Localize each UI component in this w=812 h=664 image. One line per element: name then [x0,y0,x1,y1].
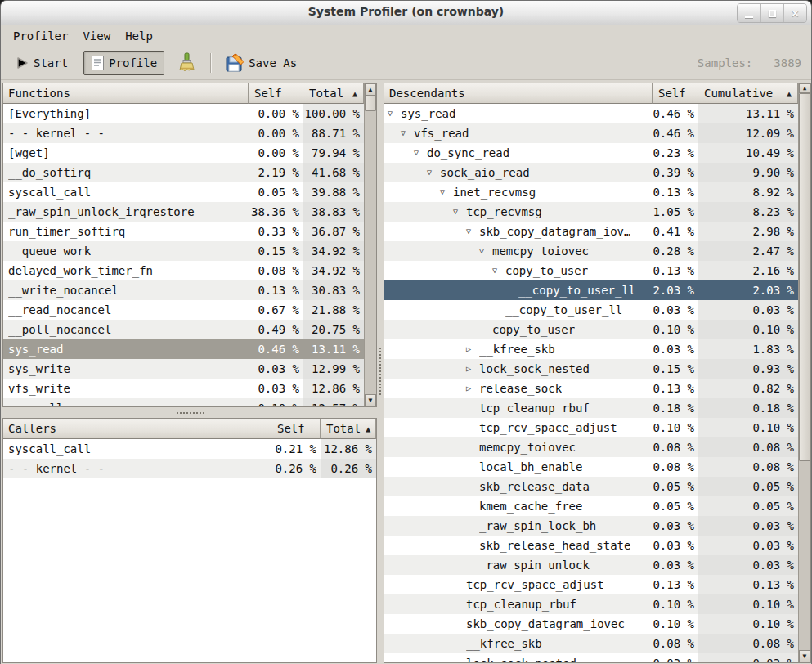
table-row[interactable]: delayed_work_timer_fn0.08 %34.92 % [3,261,364,280]
expander-open-icon[interactable]: ▽ [427,163,440,182]
expander-open-icon[interactable]: ▽ [401,123,414,143]
tree-row[interactable]: ▽skb_copy_datagram_iov…0.41 %2.98 % [384,222,798,241]
scroll-down-button[interactable]: ▼ [365,394,376,406]
expander-open-icon[interactable]: ▽ [453,202,466,222]
table-row[interactable]: __queue_work0.15 %34.92 % [3,241,364,261]
cumulative-value: 0.10 % [698,320,798,339]
tree-row[interactable]: skb_copy_datagram_iovec0.10 %0.10 % [384,614,798,634]
tree-row[interactable]: ▽sys_read0.46 %13.11 % [384,104,798,123]
tree-row[interactable]: local_bh_enable0.08 %0.08 % [384,457,798,477]
total-value: 12.86 % [303,379,364,398]
tree-row[interactable]: ▷release_sock0.13 %0.82 % [384,379,798,398]
table-row[interactable]: _raw_spin_unlock_irqrestore38.36 %38.83 … [3,202,364,222]
tree-row[interactable]: ▷__kfree_skb0.03 %1.83 % [384,339,798,359]
scroll-down-button[interactable]: ▼ [799,650,810,662]
descendants-scrollbar[interactable]: ▲ ▼ [798,83,810,662]
expander-open-icon[interactable]: ▽ [388,104,401,123]
table-row[interactable]: __do_softirq2.19 %41.68 % [3,163,364,182]
table-row[interactable]: sys_write0.03 %12.99 % [3,359,364,379]
scrollbar-trough[interactable] [365,111,376,394]
tree-row[interactable]: lock_sock_nested0.03 %0.03 % [384,653,798,662]
expander-open-icon[interactable]: ▽ [466,222,479,241]
table-row[interactable]: [wget]0.00 %79.94 % [3,143,364,163]
expander-open-icon[interactable]: ▽ [479,241,492,261]
table-row[interactable]: - - kernel - -0.26 %0.26 % [3,459,376,478]
expander-open-icon[interactable]: ▽ [414,143,427,163]
functions-scrollbar[interactable]: ▲ ▼ [364,83,376,406]
table-row[interactable]: syscall_call0.21 %12.86 % [3,439,376,459]
menu-profiler[interactable]: Profiler [6,27,75,45]
table-row[interactable]: sys_read0.46 %13.11 % [3,339,364,359]
table-row[interactable]: sys_poll0.10 %12.57 % [3,398,364,406]
tree-row[interactable]: memcpy_toiovec0.08 %0.08 % [384,437,798,457]
functions-column-header[interactable]: Functions [3,83,249,104]
minimize-button[interactable] [738,4,760,22]
tree-row[interactable]: __copy_to_user_ll0.03 %0.03 % [384,300,798,320]
tree-row[interactable]: tcp_cleanup_rbuf0.10 %0.10 % [384,594,798,614]
tree-row[interactable]: __kfree_skb0.08 %0.08 % [384,634,798,653]
tree-row[interactable]: ▽copy_to_user0.13 %2.16 % [384,261,798,280]
tree-row[interactable]: ▷lock_sock_nested0.15 %0.93 % [384,359,798,379]
expander-open-icon[interactable]: ▽ [492,261,505,280]
menu-view[interactable]: View [75,27,118,45]
reset-button[interactable] [169,48,204,78]
functions-header: Functions Self Total▲ [3,83,364,104]
tree-row[interactable]: kmem_cache_free0.05 %0.05 % [384,496,798,516]
row-label: sys_read [401,104,455,123]
expander-closed-icon[interactable]: ▷ [466,339,479,359]
table-row[interactable]: run_timer_softirq0.33 %36.87 % [3,222,364,241]
table-row[interactable]: __write_nocancel0.13 %30.83 % [3,280,364,300]
tree-row[interactable]: skb_release_head_state0.03 %0.03 % [384,536,798,555]
table-row[interactable]: - - kernel - -0.00 %88.71 % [3,123,364,143]
vertical-splitter[interactable] [377,81,384,663]
maximize-button[interactable] [760,4,783,22]
descendants-column-header[interactable]: Descendants [384,83,653,104]
callers-column-header[interactable]: Callers [3,419,271,439]
self-column-header[interactable]: Self [249,83,303,104]
row-label: tcp_recvmsg [466,202,542,222]
tree-row[interactable]: tcp_rcv_space_adjust0.13 %0.13 % [384,575,798,594]
self-column-header[interactable]: Self [271,419,321,439]
save-as-button[interactable]: Save As [218,49,304,77]
table-row[interactable]: syscall_call0.05 %39.88 % [3,182,364,202]
table-row[interactable]: __poll_nocancel0.49 %20.75 % [3,320,364,339]
start-button[interactable]: Start [7,52,75,74]
tree-row[interactable]: ▽memcpy_toiovec0.28 %2.47 % [384,241,798,261]
tree-row[interactable]: ▽tcp_recvmsg1.05 %8.23 % [384,202,798,222]
table-row[interactable]: [Everything]0.00 %100.00 % [3,104,364,123]
table-row[interactable]: __read_nocancel0.67 %21.88 % [3,300,364,320]
table-row[interactable]: vfs_write0.03 %12.86 % [3,379,364,398]
self-value: 0.15 % [653,359,698,379]
self-column-header[interactable]: Self [653,83,698,104]
horizontal-splitter[interactable] [2,407,377,418]
scrollbar-thumb[interactable] [365,96,376,111]
expander-open-icon[interactable]: ▽ [440,182,453,202]
tree-row[interactable]: tcp_cleanup_rbuf0.18 %0.18 % [384,398,798,418]
total-column-header[interactable]: Total▲ [321,419,376,439]
tree-row[interactable]: _raw_spin_unlock0.03 %0.03 % [384,555,798,575]
self-value: 0.13 % [653,379,698,398]
profile-toggle-button[interactable]: Profile [83,51,164,75]
scrollbar-thumb[interactable] [799,93,810,461]
menu-help[interactable]: Help [118,27,160,45]
tree-row[interactable]: ▽sock_aio_read0.39 %9.90 % [384,163,798,182]
total-column-header[interactable]: Total▲ [303,83,364,104]
tree-row[interactable]: ▽vfs_read0.46 %12.09 % [384,123,798,143]
tree-row[interactable]: skb_release_data0.05 %0.05 % [384,477,798,496]
scroll-up-button[interactable]: ▲ [799,83,810,93]
tree-row[interactable]: tcp_rcv_space_adjust0.10 %0.10 % [384,418,798,437]
self-value: 0.03 % [653,300,698,320]
expander-closed-icon[interactable]: ▷ [466,359,479,379]
close-button[interactable]: ✕ [783,4,806,22]
play-icon [15,56,29,70]
scroll-up-button[interactable]: ▲ [365,83,376,96]
tree-row[interactable]: ▽do_sync_read0.23 %10.49 % [384,143,798,163]
tree-row[interactable]: ▽inet_recvmsg0.13 %8.92 % [384,182,798,202]
cumulative-value: 0.03 % [698,516,798,536]
tree-row[interactable]: _raw_spin_lock_bh0.03 %0.03 % [384,516,798,536]
tree-row[interactable]: __copy_to_user_ll2.03 %2.03 % [384,280,798,300]
scrollbar-trough[interactable] [799,461,810,650]
tree-row[interactable]: copy_to_user0.10 %0.10 % [384,320,798,339]
cumulative-column-header[interactable]: Cumulative▲ [698,83,798,104]
expander-closed-icon[interactable]: ▷ [466,379,479,398]
